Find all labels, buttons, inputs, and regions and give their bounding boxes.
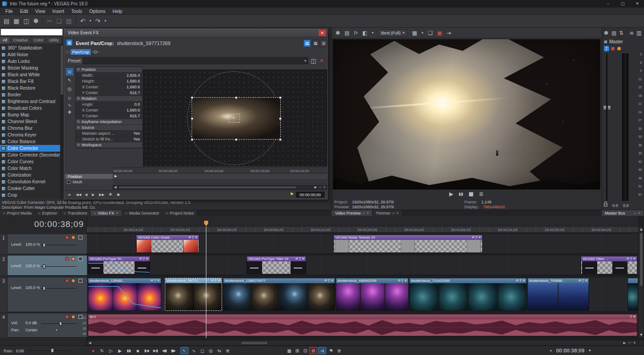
keyframe-marker-icon[interactable]: ○ [94,50,97,54]
stop-icon[interactable]: ■ [468,191,473,197]
event-menu-icon[interactable]: ≡ [633,257,636,260]
open-project-icon[interactable]: ▦ [13,18,19,24]
timeline-event-audio-sly[interactable]: ≡ƒSLY [88,314,637,336]
copy-frame-icon[interactable]: ❏ [428,30,433,36]
property-row[interactable]: X Center:1,690.6 [76,107,142,113]
play-icon[interactable]: ▶ [449,191,453,197]
selection-edit-tool-button[interactable]: ◻ [198,347,206,354]
event-fx-icon[interactable]: ƒ [631,257,632,260]
save-project-icon[interactable]: ◫ [23,18,29,24]
menu-insert[interactable]: Insert [49,8,68,14]
crop-handle[interactable] [279,138,282,141]
event-menu-icon[interactable]: ≡ [146,257,148,260]
sync-cursor-icon[interactable]: ⇥ [67,193,70,197]
pause-button[interactable]: ▮▮ [125,347,133,354]
master-solo-icon[interactable] [617,47,621,50]
track-arm-button[interactable] [65,279,69,283]
fx-list-item[interactable]: Black Restore [0,85,64,91]
timeline-vertical-scrollbar[interactable]: ▲ ▼ [638,227,644,338]
event-menu-icon[interactable]: ≡ [195,236,197,239]
kf-row-position-label[interactable]: Position [65,174,113,179]
fx-list-item[interactable]: Black and White [0,71,64,78]
zoom-edit-tool-icon[interactable]: ◎ [66,85,73,92]
property-group-source[interactable]: ⊞Source [76,125,142,131]
fx-list-item[interactable]: Auto Looks [0,58,64,65]
zoom-in-icon[interactable]: + [323,186,326,189]
tab-trimmer[interactable]: Trimmer▫✕ [373,210,402,216]
property-value[interactable]: Yes [133,131,140,136]
save-preset-icon[interactable]: ◫ [311,58,316,64]
scroll-left-icon[interactable]: ◀ [89,342,91,345]
preview-quality-dropdown[interactable]: Best (Full)▾ [378,29,407,37]
pan-value[interactable]: Center [25,328,37,332]
event-menu-icon[interactable]: ≡ [331,279,333,282]
go-to-end-button[interactable]: ▶▮ [152,347,160,354]
zoom-edit-tool-button[interactable]: ◎ [207,347,215,354]
event-fx-icon[interactable]: ƒ [299,257,300,260]
event-stretch-icon[interactable]: ⇄ [627,257,629,260]
title-bar[interactable]: ▷ Into The future.veg * - VEGAS Pro 18.0… [0,0,644,8]
timecode-dropdown-icon[interactable]: ▾ [550,349,552,353]
event-menu-icon[interactable]: ≡ [217,279,220,282]
event-menu-icon[interactable]: ≡ [585,279,587,282]
zoom-out-icon[interactable]: − [628,341,631,345]
layout-rows-icon[interactable]: ▥ [320,40,327,47]
event-menu-icon[interactable]: ≡ [157,279,160,282]
normal-edit-tool-icon[interactable]: ↖ [66,77,73,84]
fx-list-scrollbar[interactable] [60,45,64,198]
property-group-keyframe-interpolation[interactable]: ⊞Keyframe interpolation [76,119,142,125]
track-fx-button[interactable] [78,315,82,319]
split-screen-dropdown-icon[interactable]: ▾ [372,31,373,35]
undock-icon[interactable]: ▫ [362,212,365,215]
maximize-button[interactable]: ▢ [616,0,629,8]
crop-handle[interactable] [191,138,193,141]
track-fx-button[interactable] [78,279,82,283]
fx-list-item[interactable]: Color Match [0,165,64,172]
property-value[interactable]: 816.7 [130,91,140,95]
rate-slider-track[interactable] [26,351,71,351]
preview-settings-icon[interactable]: ✽ [336,30,340,36]
level-value[interactable]: 100.0 % [25,242,40,247]
edit-tool-menu-button[interactable]: ≣ [224,347,232,354]
scrollbar-thumb[interactable] [241,341,268,345]
scroll-right-icon[interactable]: ▶ [623,342,626,345]
minimize-button[interactable]: – [601,0,615,8]
level-slider-track[interactable] [41,288,77,289]
keyframe-icon[interactable]: ◆ [117,193,120,197]
track-automation-button[interactable] [71,279,75,283]
slip-tool-button[interactable]: ⇆ [215,347,223,354]
last-keyframe-icon[interactable]: ▶▶ [99,193,104,197]
scroll-left-icon[interactable]: ◀ [114,186,116,189]
track-arm-button[interactable] [65,315,69,319]
property-value[interactable]: 1,690.6 [127,85,140,89]
zoom-in-icon[interactable]: + [633,341,636,345]
delete-preset-icon[interactable]: ✕ [320,58,324,63]
enable-snapping-button[interactable]: ▦ [285,347,293,354]
event-fx-icon[interactable]: ƒ [144,257,144,260]
new-project-icon[interactable]: ▤ [4,18,9,24]
timeline-event-protype-titler-16[interactable]: ≡ƒ⇄VEGAS ProType Titler 16 [246,256,306,274]
more-tools-button[interactable]: ≣ [335,347,343,354]
track-arm-button[interactable] [65,257,69,261]
timeline-event-shutterstock-4[interactable]: ≡ƒ⇄shutterstock_711420265 [409,278,527,311]
timeline-event-shutterstock-selected[interactable]: ≡ƒ⇄shutterstock_59771... [165,278,222,311]
timeline-track-lane-1[interactable]: ≡ƒ⇄VEGAS Color Gradi... ≡ƒ⇄VEGAS Noise T… [87,234,638,254]
volume-slider-handle[interactable] [59,322,62,326]
menu-tools[interactable]: Tools [68,8,86,14]
master-list-icon[interactable]: ≡ [629,30,634,36]
move-tool-icon[interactable]: ✚ [66,109,73,116]
composite-envelope[interactable] [88,263,150,272]
kf-cursor-icon[interactable]: ▶ [115,175,117,178]
timeline-horizontal-scrollbar[interactable]: ◀ ▶ − + [87,340,638,346]
fx-list-item[interactable]: Crop [0,192,64,198]
fx-list-item[interactable]: Brightness and Contrast [0,98,64,105]
fx-list-item[interactable]: Cookie Cutter [0,185,64,192]
timeline-event-partial[interactable] [628,278,638,311]
project-properties-icon[interactable]: ✽ [33,18,39,24]
property-row[interactable]: Width:2,826.4 [76,73,142,78]
copy-icon[interactable]: ❏ [56,18,62,24]
playhead-cursor[interactable] [206,227,206,338]
close-tab-icon[interactable]: ✕ [396,212,399,215]
track-header-3[interactable]: 3 Level: 100.0 % [0,277,87,312]
event-fx-icon[interactable]: ƒ [193,236,193,239]
